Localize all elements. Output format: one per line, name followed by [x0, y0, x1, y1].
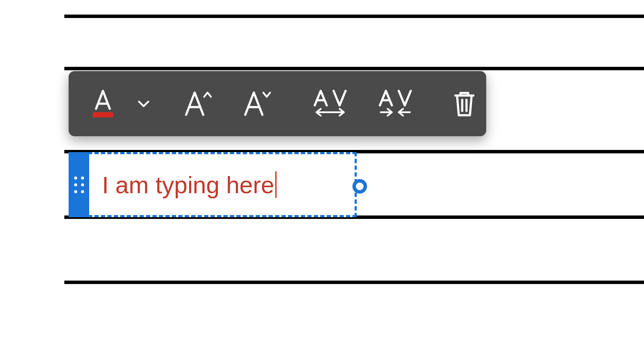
text-caret — [275, 171, 277, 198]
text-annotation-box[interactable]: I am typing here — [69, 152, 357, 217]
font-color-icon — [90, 88, 116, 119]
ruled-line — [64, 281, 644, 284]
decrease-font-size-button[interactable] — [230, 71, 286, 136]
text-formatting-toolbar — [69, 71, 486, 136]
spacing-decrease-icon — [376, 88, 415, 119]
font-color-dropdown[interactable] — [130, 71, 157, 136]
delete-button[interactable] — [440, 71, 489, 136]
increase-font-size-button[interactable] — [171, 71, 226, 136]
increase-spacing-button[interactable] — [299, 71, 361, 136]
drag-handle[interactable] — [69, 152, 89, 217]
grip-dots-icon — [74, 176, 84, 193]
spacing-increase-icon — [310, 88, 350, 119]
text-box-input[interactable]: I am typing here — [102, 152, 277, 217]
trash-icon — [451, 89, 478, 119]
decrease-spacing-button[interactable] — [364, 71, 426, 136]
font-increase-icon — [182, 88, 215, 119]
font-decrease-icon — [241, 88, 274, 119]
resize-handle-right[interactable] — [352, 179, 367, 194]
font-color-button[interactable] — [79, 71, 127, 136]
text-content: I am typing here — [102, 171, 274, 199]
ruled-line — [64, 15, 644, 18]
svg-rect-0 — [93, 112, 113, 117]
ruled-line — [64, 67, 644, 70]
chevron-down-icon — [136, 96, 151, 111]
